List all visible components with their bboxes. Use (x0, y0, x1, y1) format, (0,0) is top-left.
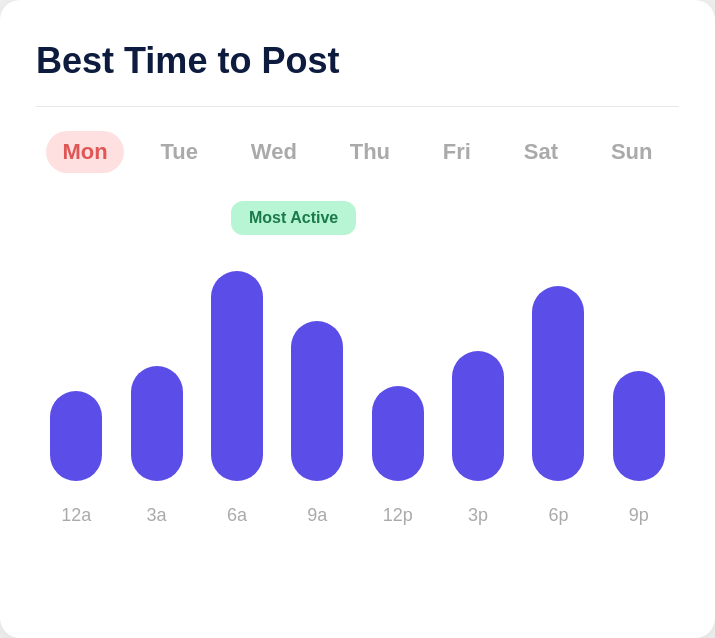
bar-wrapper-9a (277, 321, 357, 481)
bar-wrapper-9p (599, 371, 679, 481)
day-item-wed[interactable]: Wed (235, 131, 313, 173)
x-label-3p: 3p (438, 505, 518, 526)
x-label-9p: 9p (599, 505, 679, 526)
bar-wrapper-12p (358, 386, 438, 481)
bar-wrapper-3a (116, 366, 196, 481)
x-label-12p: 12p (358, 505, 438, 526)
bar-9a (291, 321, 343, 481)
bar-12p (372, 386, 424, 481)
day-item-fri[interactable]: Fri (427, 131, 487, 173)
x-label-6a: 6a (197, 505, 277, 526)
bars-container (36, 211, 679, 491)
x-label-9a: 9a (277, 505, 357, 526)
chart-area: Most Active 12a3a6a9a12p3p6p9p (36, 201, 679, 526)
bar-12a (50, 391, 102, 481)
best-time-card: Best Time to Post MonTueWedThuFriSatSun … (0, 0, 715, 638)
bar-6a (211, 271, 263, 481)
bar-6p (532, 286, 584, 481)
bar-3a (131, 366, 183, 481)
bar-wrapper-6p (518, 286, 598, 481)
bar-9p (613, 371, 665, 481)
x-label-6p: 6p (518, 505, 598, 526)
day-item-tue[interactable]: Tue (144, 131, 213, 173)
day-item-thu[interactable]: Thu (334, 131, 406, 173)
day-item-sat[interactable]: Sat (508, 131, 574, 173)
day-item-sun[interactable]: Sun (595, 131, 669, 173)
days-row: MonTueWedThuFriSatSun (36, 131, 679, 173)
x-labels: 12a3a6a9a12p3p6p9p (36, 505, 679, 526)
bar-wrapper-12a (36, 391, 116, 481)
day-item-mon[interactable]: Mon (46, 131, 123, 173)
bar-wrapper-3p (438, 351, 518, 481)
x-label-3a: 3a (116, 505, 196, 526)
bar-3p (452, 351, 504, 481)
page-title: Best Time to Post (36, 40, 679, 82)
x-label-12a: 12a (36, 505, 116, 526)
most-active-badge: Most Active (231, 201, 356, 235)
bar-wrapper-6a (197, 271, 277, 481)
divider (36, 106, 679, 107)
